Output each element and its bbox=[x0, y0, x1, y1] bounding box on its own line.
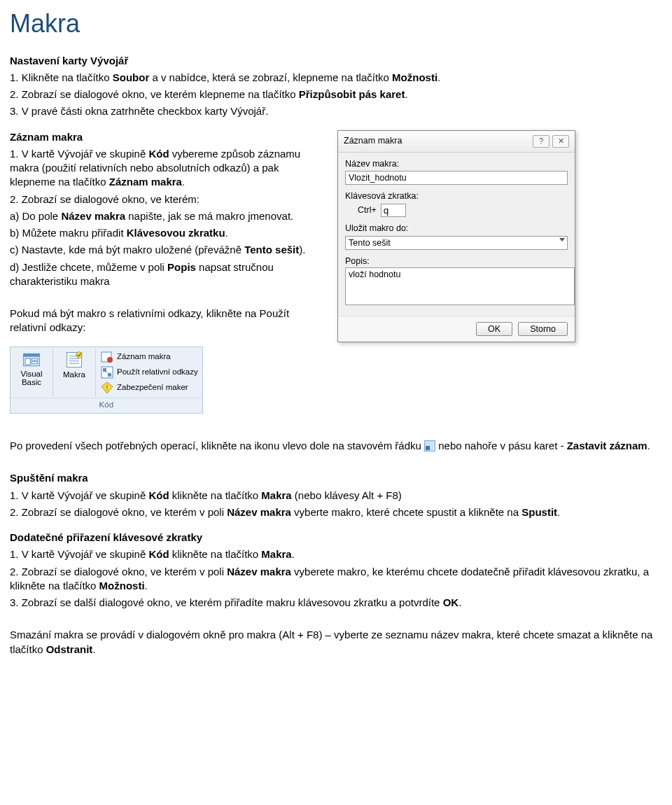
makra-icon bbox=[64, 350, 84, 370]
ulozit-do-combo[interactable] bbox=[345, 236, 568, 250]
svg-rect-4 bbox=[31, 361, 38, 363]
ribbon-makra[interactable]: Makra bbox=[53, 347, 95, 398]
record-icon bbox=[100, 350, 114, 364]
s4-line1: 1. V kartě Vývojář ve skupině Kód klikně… bbox=[10, 547, 662, 561]
ribbon-pouzit-relativni[interactable]: Použít relativní odkazy bbox=[100, 365, 198, 380]
svg-text:!: ! bbox=[106, 384, 108, 392]
ctrl-label: Ctrl+ bbox=[358, 204, 377, 216]
ribbon-zabezpeceni[interactable]: ! Zabezpečení maker bbox=[100, 380, 198, 396]
zkratka-input[interactable] bbox=[381, 204, 406, 217]
section-nastaveni: Nastavení karty Vývojář 1. Klikněte na t… bbox=[10, 54, 662, 119]
ribbon-visual-basic[interactable]: Visual Basic bbox=[10, 347, 52, 398]
ribbon-kod-group: Visual Basic Makra Záznam makra Použít r… bbox=[10, 346, 203, 414]
label-popis: Popis: bbox=[345, 255, 568, 267]
section-dodatecne: Dodatečné přiřazení klávesové zkratky 1.… bbox=[10, 531, 662, 610]
nazev-makra-input[interactable] bbox=[345, 171, 568, 185]
svg-rect-11 bbox=[108, 373, 111, 377]
relativni-text: Pokud má být makro s relativními odkazy,… bbox=[10, 307, 325, 335]
s2-linea: a) Do pole Název makra napište, jak se m… bbox=[10, 209, 325, 223]
section-smazani: Smazání makra se provádí v dialogovém ok… bbox=[10, 628, 662, 657]
s4-line2: 2. Zobrazí se dialogové okno, ve kterém … bbox=[10, 565, 662, 594]
ribbon-vb-label: Visual Basic bbox=[16, 370, 47, 387]
ribbon-sec-label: Zabezpečení maker bbox=[117, 382, 188, 393]
s5-text: Smazání makra se provádí v dialogovém ok… bbox=[10, 628, 662, 657]
help-icon[interactable]: ? bbox=[533, 135, 550, 148]
ribbon-group-caption: Kód bbox=[10, 398, 202, 414]
svg-rect-10 bbox=[103, 368, 106, 372]
ribbon-zaznam-makra[interactable]: Záznam makra bbox=[100, 349, 198, 365]
popis-input[interactable]: vloží hodnotu bbox=[345, 267, 575, 305]
chevron-down-icon[interactable] bbox=[559, 238, 565, 241]
ribbon-rel-label: Použít relativní odkazy bbox=[117, 367, 198, 378]
svg-rect-2 bbox=[25, 358, 30, 365]
s4-line3: 3. Zobrazí se další dialogové okno, ve k… bbox=[10, 596, 662, 610]
s1-line2: 2. Zobrazí se dialogové okno, ve kterém … bbox=[10, 88, 662, 102]
label-zkratka: Klávesová zkratka: bbox=[345, 190, 568, 202]
after-ops-text: Po provedení všech potřebných operací, k… bbox=[10, 439, 662, 453]
ok-button[interactable]: OK bbox=[476, 322, 512, 336]
close-icon[interactable]: ✕ bbox=[552, 135, 569, 148]
stop-record-statusbar-icon[interactable] bbox=[424, 440, 435, 451]
ribbon-rec-label: Záznam makra bbox=[117, 351, 171, 363]
s3-line1: 1. V kartě Vývojář ve skupině Kód klikně… bbox=[10, 489, 662, 503]
visual-basic-icon bbox=[22, 350, 41, 370]
heading-zaznam: Záznam makra bbox=[10, 131, 83, 143]
svg-point-8 bbox=[107, 357, 113, 363]
heading-nastaveni: Nastavení karty Vývojář bbox=[10, 55, 128, 66]
s1-line1: 1. Klikněte na tlačítko Soubor a v nabíd… bbox=[10, 71, 662, 85]
s2-line1: 1. V kartě Vývojář ve skupině Kód vybere… bbox=[10, 147, 325, 190]
s3-line2: 2. Zobrazí se dialogové okno, ve kterém … bbox=[10, 505, 662, 519]
heading-spusteni: Spuštění makra bbox=[10, 472, 88, 484]
s1-line3: 3. V pravé části okna zatrhněte checkbox… bbox=[10, 104, 662, 118]
s2-linec: c) Nastavte, kde má být makro uložené (p… bbox=[10, 243, 325, 257]
security-icon: ! bbox=[100, 381, 114, 395]
s2-lineb: b) Můžete makru přiřadit Klávesovou zkra… bbox=[10, 226, 325, 240]
dialog-zaznam-makra: Záznam makra ? ✕ Název makra: Klávesová … bbox=[337, 130, 575, 342]
s2-lined: d) Jestliže chcete, můžeme v poli Popis … bbox=[10, 260, 325, 289]
page-title: Makra bbox=[10, 7, 662, 41]
section-zaznam: Záznam makra 1. V kartě Vývojář ve skupi… bbox=[10, 130, 325, 289]
label-nazev: Název makra: bbox=[345, 158, 568, 170]
svg-rect-1 bbox=[24, 354, 40, 356]
relative-ref-icon bbox=[100, 365, 114, 379]
dialog-title: Záznam makra bbox=[344, 135, 402, 147]
storno-button[interactable]: Storno bbox=[518, 322, 568, 336]
s2-line2a: 2. Zobrazí se dialogové okno, ve kterém: bbox=[10, 192, 325, 206]
ribbon-makra-label: Makra bbox=[63, 370, 85, 381]
label-ulozit: Uložit makro do: bbox=[345, 223, 568, 234]
section-spusteni: Spuštění makra 1. V kartě Vývojář ve sku… bbox=[10, 471, 662, 519]
svg-rect-3 bbox=[31, 358, 38, 360]
heading-dodatecne: Dodatečné přiřazení klávesové zkratky bbox=[10, 531, 202, 543]
